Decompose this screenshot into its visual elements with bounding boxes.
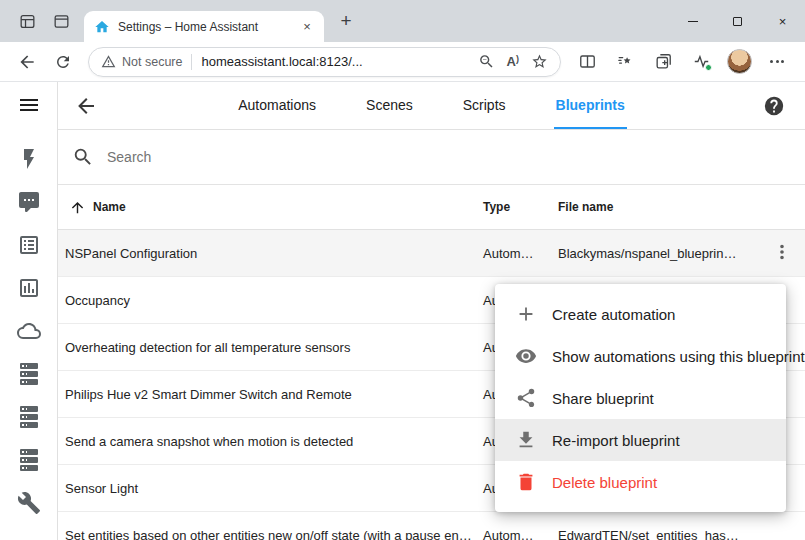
settings-menu-icon[interactable]: [759, 46, 795, 78]
row-file: EdwardTEN/set_entities_has…: [550, 528, 760, 540]
essentials-status-dot: [705, 64, 712, 71]
developer-tools-icon[interactable]: [17, 491, 41, 515]
minimize-button[interactable]: [670, 0, 715, 42]
menu-item-delete-blueprint[interactable]: Delete blueprint: [495, 461, 786, 503]
search-bar: [58, 130, 805, 185]
help-icon[interactable]: [763, 95, 785, 117]
warning-icon: [101, 54, 116, 69]
zoom-out-icon[interactable]: [478, 53, 495, 70]
home-assistant-favicon: [94, 19, 110, 35]
address-divider: [191, 54, 192, 70]
delete-icon: [515, 471, 537, 493]
close-button[interactable]: ×: [760, 0, 805, 42]
tab-close-icon[interactable]: ×: [298, 18, 316, 36]
ha-sidebar: [0, 82, 58, 540]
cloud-icon[interactable]: [17, 319, 41, 343]
favorite-star-icon[interactable]: [531, 53, 548, 70]
security-status[interactable]: Not secure: [101, 54, 182, 69]
tab-scripts[interactable]: Scripts: [461, 82, 508, 129]
profile-button[interactable]: [721, 46, 757, 78]
workspaces-icon[interactable]: [10, 6, 44, 36]
table-header: Name Type File name: [58, 185, 805, 230]
ha-header: Automations Scenes Scripts Blueprints: [58, 82, 805, 130]
column-header-name[interactable]: Name: [58, 199, 475, 216]
share-icon: [515, 387, 537, 409]
menu-item-label: Share blueprint: [552, 390, 654, 407]
browser-toolbar: Not secure homeassistant.local:8123/... …: [0, 42, 805, 82]
window-controls: ×: [670, 0, 805, 42]
favorites-icon[interactable]: [607, 46, 643, 78]
refresh-icon[interactable]: [46, 46, 80, 78]
ha-back-icon[interactable]: [74, 94, 98, 118]
search-icon: [72, 146, 94, 168]
row-name: Philips Hue v2 Smart Dimmer Switch and R…: [58, 371, 475, 418]
back-icon[interactable]: [10, 46, 44, 78]
split-screen-icon[interactable]: [569, 46, 605, 78]
menu-item-label: Show automations using this blueprint: [552, 348, 805, 365]
column-header-type[interactable]: Type: [475, 200, 550, 214]
menu-item-reimport-blueprint[interactable]: Re-import blueprint: [495, 419, 786, 461]
menu-item-share-blueprint[interactable]: Share blueprint: [495, 377, 786, 419]
row-type: Autom…: [475, 528, 550, 540]
energy-icon[interactable]: [17, 147, 41, 171]
menu-item-create-automation[interactable]: Create automation: [495, 293, 786, 335]
table-row[interactable]: Set entities based on other entities new…: [58, 512, 805, 540]
history-icon[interactable]: [17, 276, 41, 300]
browser-essentials-icon[interactable]: [683, 46, 719, 78]
address-bar[interactable]: Not secure homeassistant.local:8123/... …: [88, 47, 561, 77]
menu-item-label: Delete blueprint: [552, 474, 657, 491]
address-actions: A): [478, 53, 548, 70]
sort-arrow-up-icon: [69, 199, 86, 216]
read-aloud-icon[interactable]: A): [507, 54, 519, 69]
server-icon-1[interactable]: [17, 362, 41, 386]
download-icon: [515, 429, 537, 451]
security-label: Not secure: [122, 55, 182, 69]
new-tab-button[interactable]: +: [332, 7, 360, 35]
menu-item-show-automations[interactable]: Show automations using this blueprint: [495, 335, 786, 377]
server-icon-3[interactable]: [17, 448, 41, 472]
browser-titlebar: Settings – Home Assistant × + ×: [0, 0, 805, 42]
row-name: Occupancy: [58, 277, 475, 324]
menu-item-label: Re-import blueprint: [552, 432, 680, 449]
avatar: [727, 49, 752, 74]
menu-icon[interactable]: [17, 93, 41, 117]
row-name: Overheating detection for all temperatur…: [58, 324, 475, 371]
plus-icon: [515, 303, 537, 325]
tab-scenes[interactable]: Scenes: [364, 82, 415, 129]
browser-window: Settings – Home Assistant × + × Not secu…: [0, 0, 805, 540]
tab-actions-icon[interactable]: [44, 6, 78, 36]
tab-automations[interactable]: Automations: [236, 82, 318, 129]
tab-title: Settings – Home Assistant: [118, 20, 290, 34]
url-text[interactable]: homeassistant.local:8123/...: [201, 54, 362, 69]
eye-icon: [515, 345, 537, 367]
maximize-button[interactable]: [715, 0, 760, 42]
browser-tab[interactable]: Settings – Home Assistant ×: [84, 11, 324, 42]
row-overflow-menu-icon[interactable]: [771, 241, 795, 265]
row-name: Set entities based on other entities new…: [58, 512, 475, 540]
ha-tab-bar: Automations Scenes Scripts Blueprints: [58, 82, 805, 129]
search-input[interactable]: [107, 149, 805, 165]
row-name: Send a camera snapshot when motion is de…: [58, 418, 475, 465]
table-row[interactable]: NSPanel Configuration Autom… Blackymas/n…: [58, 230, 805, 277]
row-file: Blackymas/nspanel_blueprin…: [550, 246, 760, 261]
menu-item-label: Create automation: [552, 306, 675, 323]
tab-blueprints[interactable]: Blueprints: [554, 82, 627, 129]
blueprint-context-menu: Create automation Show automations using…: [495, 284, 786, 512]
row-name: Sensor Light: [58, 465, 475, 512]
voice-assistant-icon[interactable]: [17, 190, 41, 214]
logbook-icon[interactable]: [17, 233, 41, 257]
collections-icon[interactable]: [645, 46, 681, 78]
row-type: Autom…: [475, 246, 550, 261]
server-icon-2[interactable]: [17, 405, 41, 429]
column-header-file[interactable]: File name: [550, 200, 760, 214]
row-name: NSPanel Configuration: [58, 230, 475, 277]
